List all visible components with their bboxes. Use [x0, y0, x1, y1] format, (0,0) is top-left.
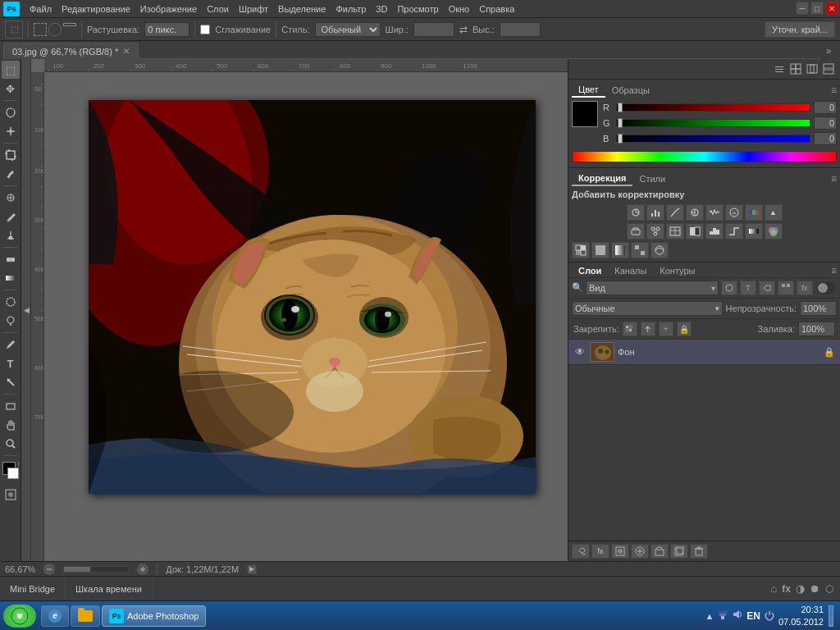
menu-item-view[interactable]: Просмотр [392, 2, 443, 16]
bottom-icon-home[interactable]: ⌂ [770, 582, 777, 595]
red-slider[interactable] [616, 103, 810, 112]
layer-visibility-icon[interactable]: 👁 [573, 345, 587, 358]
color-lookup-icon[interactable] [666, 223, 684, 240]
tray-volume-icon[interactable] [732, 609, 743, 623]
color-spectrum[interactable] [572, 151, 837, 162]
layer-mask-button[interactable] [611, 544, 629, 559]
document-tab[interactable]: 03.jpg @ 66,7% (RGB/8) * ✕ [3, 43, 139, 59]
show-desktop-button[interactable] [829, 605, 833, 627]
zoom-less-icon[interactable] [137, 564, 148, 575]
red-slider-thumb[interactable] [618, 103, 623, 112]
bw-icon[interactable]: ▲ [765, 204, 783, 221]
lasso-tool[interactable] [2, 103, 20, 121]
background-color[interactable] [7, 468, 19, 479]
menu-item-3d[interactable]: 3D [371, 2, 392, 16]
vibrance-icon[interactable] [705, 204, 724, 221]
minimize-button[interactable]: ─ [796, 2, 809, 15]
tray-datetime[interactable]: 20:31 07.05.2012 [778, 604, 824, 628]
gradient-fill-icon[interactable] [611, 242, 629, 258]
invert-icon[interactable] [686, 223, 704, 240]
exposure-icon[interactable] [686, 204, 704, 221]
new-fill-layer-button[interactable] [631, 544, 649, 559]
menu-item-image[interactable]: Изображение [135, 2, 202, 16]
g-value[interactable] [814, 116, 837, 130]
zoom-tool[interactable] [2, 435, 20, 453]
channels-tab[interactable]: Каналы [608, 264, 653, 277]
clone-stamp-tool[interactable] [2, 226, 20, 244]
menu-item-filter[interactable]: Фильтр [331, 2, 371, 16]
pen-tool[interactable] [2, 336, 20, 354]
menu-item-help[interactable]: Справка [474, 2, 519, 16]
swap-icon[interactable]: ⇄ [459, 24, 468, 35]
posterize-icon[interactable] [705, 223, 724, 240]
bottom-icon-record[interactable]: ⏺ [810, 582, 820, 595]
solid-color-icon[interactable] [591, 242, 609, 258]
text-tool[interactable]: T [2, 354, 20, 372]
maximize-button[interactable]: □ [810, 2, 824, 15]
lock-pixels-icon[interactable] [623, 322, 637, 336]
menu-item-file[interactable]: Файл [25, 2, 57, 16]
hue-saturation-icon[interactable] [725, 204, 743, 221]
shape-tool[interactable] [2, 397, 20, 415]
menu-item-edit[interactable]: Редактирование [57, 2, 135, 16]
close-button[interactable]: ✕ [825, 2, 838, 15]
bottom-icon-moon[interactable]: ◑ [796, 582, 805, 595]
layers-tab[interactable]: Слои [572, 264, 608, 277]
healing-brush-tool[interactable] [2, 189, 20, 207]
color-panel-menu[interactable]: ≡ [831, 84, 837, 96]
panel-icon-4[interactable] [820, 61, 837, 77]
menu-item-select[interactable]: Выделение [273, 2, 331, 16]
lock-all-icon[interactable]: 🔒 [677, 322, 692, 336]
filter-toggle[interactable] [815, 281, 837, 295]
correction-panel-menu[interactable]: ≡ [831, 173, 837, 185]
link-layers-button[interactable] [572, 544, 590, 559]
filter-icon-4[interactable] [778, 281, 794, 295]
timeline-tab[interactable]: Шкала времени [66, 577, 153, 600]
left-side-toggle[interactable]: ◀ [21, 59, 31, 561]
start-button[interactable] [3, 605, 36, 628]
hand-tool[interactable] [2, 416, 20, 434]
samples-tab[interactable]: Образцы [605, 84, 656, 97]
smooth-checkbox[interactable] [200, 25, 210, 34]
height-input[interactable] [500, 22, 541, 37]
channel-mixer-icon[interactable] [646, 223, 664, 240]
magic-wand-tool[interactable] [2, 122, 20, 140]
move-tool[interactable]: ✥ [2, 80, 20, 98]
new-layer-button[interactable] [670, 544, 688, 559]
green-slider[interactable] [616, 119, 810, 127]
taskbar-ie-app[interactable]: e [41, 605, 69, 627]
hue-sat-fill-icon[interactable] [651, 242, 669, 258]
filter-icon-2[interactable]: T [740, 281, 756, 295]
menu-item-window[interactable]: Окно [444, 2, 475, 16]
blur-tool[interactable] [2, 293, 20, 311]
mini-bridge-tab[interactable]: Mini Bridge [0, 577, 66, 600]
tab-close-icon[interactable]: ✕ [123, 47, 130, 56]
panel-icon-1[interactable] [771, 61, 788, 77]
delete-layer-button[interactable] [690, 544, 708, 559]
levels-icon[interactable] [646, 204, 664, 221]
width-input[interactable] [413, 22, 454, 37]
taskbar-ps-app[interactable]: Ps Adobe Photoshop [102, 605, 206, 627]
dodge-tool[interactable] [2, 312, 20, 330]
lock-position-icon[interactable] [641, 322, 655, 336]
styles-tab[interactable]: Стили [632, 172, 672, 185]
taskbar-folder-app[interactable] [71, 605, 100, 627]
side-toggle-right[interactable]: » [820, 43, 837, 59]
gradient-tool[interactable] [2, 269, 20, 287]
feather-input[interactable] [144, 22, 189, 37]
fill-layer-icon[interactable] [572, 242, 590, 258]
filter-icon-5[interactable]: fx [797, 281, 813, 295]
new-group-button[interactable] [651, 544, 669, 559]
blend-mode-select[interactable]: Обычные ▾ [572, 301, 723, 316]
menu-item-layers[interactable]: Слои [202, 2, 234, 16]
fill-input[interactable]: 100% [798, 322, 835, 336]
brightness-icon[interactable] [627, 204, 645, 221]
selective-color-icon[interactable] [765, 223, 783, 240]
filter-dropdown-icon[interactable]: ▾ [711, 284, 715, 293]
correction-tab[interactable]: Коррекция [572, 171, 632, 186]
zoom-more-icon[interactable] [43, 564, 55, 575]
doc-info-more[interactable]: ▶ [247, 564, 257, 574]
menu-item-font[interactable]: Шрифт [234, 2, 273, 16]
b-value[interactable] [814, 132, 837, 145]
marquee-tool[interactable]: ⬚ [2, 61, 20, 79]
